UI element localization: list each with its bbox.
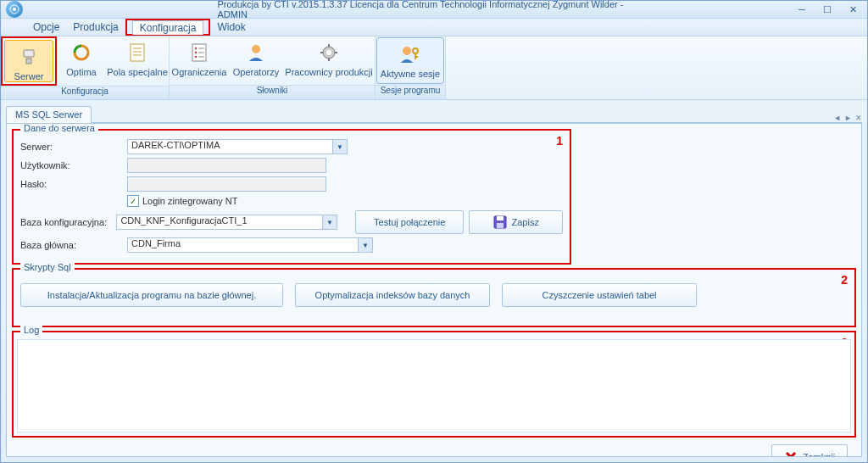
fieldset-dane-serwera: Dane do serwera 1 Serwer: DAREK-CTI\OPTI…: [12, 129, 571, 265]
button-install-label: Instalacja/Aktualizacja programu na bazi…: [47, 290, 256, 300]
button-close-label: Zamknij: [803, 452, 836, 457]
combo-serwer-value: DAREK-CTI\OPTIMA: [131, 140, 220, 150]
ribbon-ograniczenia[interactable]: Ograniczenia: [170, 36, 229, 85]
label-pass: Hasło:: [20, 179, 122, 189]
ribbon-group-slowniki: Ograniczenia Operatorzy Pracownicy produ…: [170, 36, 376, 99]
maximize-button[interactable]: ☐: [815, 1, 840, 18]
button-test-label: Testuj połączenie: [374, 217, 445, 227]
input-user[interactable]: [127, 158, 326, 173]
svg-rect-5: [131, 44, 144, 61]
key-user-icon: [399, 43, 421, 65]
svg-point-10: [195, 47, 197, 49]
log-textarea[interactable]: [17, 339, 851, 432]
button-close[interactable]: Zamknij: [771, 444, 848, 457]
ribbon-optima[interactable]: Optima: [57, 36, 106, 86]
label-bazakonf: Baza konfiguracyjna:: [20, 217, 111, 227]
ribbon-ograniczenia-label: Ograniczenia: [172, 67, 227, 77]
button-save-label: Zapisz: [512, 217, 539, 227]
menu-produkcja[interactable]: Produkcja: [66, 19, 125, 36]
ribbon-pola[interactable]: Pola specjalne: [106, 36, 169, 86]
window-title: Produkcja by CTI v.2015.1.3.37 Licencja …: [218, 0, 651, 20]
minimize-button[interactable]: ─: [789, 1, 815, 18]
tab-close-icon[interactable]: ✕: [855, 114, 862, 122]
label-user: Użytkownik:: [20, 160, 122, 170]
combo-bazakonf-value: CDN_KNF_KonfiguracjaCTI_1: [120, 215, 247, 226]
svg-rect-3: [26, 59, 31, 64]
gear-icon: [318, 42, 340, 64]
button-test-connection[interactable]: Testuj połączenie: [355, 210, 464, 234]
fieldset-log: Log 3: [12, 331, 856, 438]
fs3-title: Log: [20, 325, 42, 335]
page-footer: Zamknij: [10, 441, 858, 457]
highlight-konfiguracja: Konfiguracja: [125, 19, 211, 36]
highlight-serwer: Serwer: [1, 36, 57, 86]
input-pass[interactable]: [127, 176, 326, 192]
button-clear-label: Czyszczenie ustawień tabel: [542, 290, 656, 300]
svg-rect-28: [497, 216, 504, 220]
button-save[interactable]: Zapisz: [469, 210, 563, 234]
svg-rect-29: [497, 223, 504, 228]
app-icon: [6, 1, 23, 18]
dropdown-arrow-icon[interactable]: ▼: [358, 238, 372, 252]
document-icon: [126, 42, 148, 64]
menu-widok[interactable]: Widok: [210, 19, 252, 36]
marker-2: 2: [841, 273, 848, 287]
button-install[interactable]: Instalacja/Aktualizacja programu na bazi…: [20, 283, 283, 307]
server-icon: [18, 46, 40, 68]
window-controls: ─ ☐ ✕: [789, 1, 865, 18]
menubar: Opcje Produkcja Konfiguracja Widok: [1, 19, 867, 36]
ribbon-group-konfiguracja: Serwer Optima Pola specjalne Konfiguracj…: [1, 36, 170, 99]
list-icon: [188, 42, 210, 64]
document-tabstrip: MS SQL Serwer ◄ ► ✕: [6, 103, 862, 123]
ribbon-pola-label: Pola specjalne: [107, 67, 168, 77]
dropdown-arrow-icon[interactable]: ▼: [322, 215, 337, 229]
ribbon-sesje[interactable]: Aktywne sesje: [376, 37, 444, 84]
button-clear[interactable]: Czyszczenie ustawień tabel: [502, 283, 697, 307]
ribbon-serwer[interactable]: Serwer: [4, 40, 53, 82]
ribbon-operatorzy[interactable]: Operatorzy: [229, 36, 283, 85]
close-window-button[interactable]: ✕: [840, 1, 865, 18]
ribbon-optima-label: Optima: [66, 67, 96, 77]
label-bazagl: Baza główna:: [20, 240, 122, 250]
app-window: Produkcja by CTI v.2015.1.3.37 Licencja …: [0, 0, 868, 463]
tab-next-icon[interactable]: ►: [844, 114, 852, 122]
menu-opcje[interactable]: Opcje: [26, 19, 66, 36]
ribbon-pracownicy-label: Pracownicy produkcji: [285, 67, 372, 77]
svg-point-23: [403, 47, 411, 55]
dropdown-arrow-icon[interactable]: ▼: [332, 140, 347, 153]
ribbon-group-label-konf: Konfiguracja: [1, 86, 169, 99]
ribbon-serwer-label: Serwer: [14, 71, 44, 81]
checkbox-login-label: Login zintegrowany NT: [142, 196, 238, 206]
combo-serwer[interactable]: DAREK-CTI\OPTIMA ▼: [127, 139, 348, 154]
menu-konfiguracja[interactable]: Konfiguracja: [132, 20, 204, 35]
tab-mssql[interactable]: MS SQL Serwer: [6, 106, 92, 123]
svg-point-1: [13, 8, 16, 11]
svg-point-12: [195, 56, 197, 58]
button-optimize[interactable]: Optymalizacja indeksów bazy danych: [295, 283, 490, 307]
ribbon-operatorzy-label: Operatorzy: [233, 67, 279, 77]
tab-prev-icon[interactable]: ◄: [833, 114, 841, 122]
optima-icon: [70, 42, 92, 64]
ribbon: Serwer Optima Pola specjalne Konfiguracj…: [1, 36, 867, 100]
ribbon-sesje-label: Aktywne sesje: [381, 69, 440, 79]
svg-point-18: [326, 50, 331, 55]
marker-1: 1: [556, 134, 563, 148]
tab-controls: ◄ ► ✕: [833, 114, 862, 122]
combo-bazagl[interactable]: CDN_Firma ▼: [127, 237, 373, 253]
ribbon-group-label-slow: Słowniki: [170, 85, 375, 99]
ribbon-group-sesje: Aktywne sesje Sesje programu: [376, 36, 446, 99]
combo-bazakonf[interactable]: CDN_KNF_KonfiguracjaCTI_1 ▼: [116, 215, 337, 230]
svg-point-11: [195, 52, 197, 53]
checkmark-icon: ✓: [127, 195, 139, 207]
fs2-title: Skrypty Sql: [20, 262, 75, 272]
ribbon-group-label-sesje: Sesje programu: [376, 85, 445, 99]
ribbon-pracownicy[interactable]: Pracownicy produkcji: [283, 36, 375, 85]
close-icon: [784, 450, 798, 457]
label-serwer: Serwer:: [20, 142, 122, 152]
button-optimize-label: Optymalizacja indeksów bazy danych: [315, 290, 470, 300]
checkbox-login-nt[interactable]: ✓ Login zintegrowany NT: [127, 195, 238, 207]
page-body: Dane do serwera 1 Serwer: DAREK-CTI\OPTI…: [6, 123, 862, 457]
svg-point-16: [252, 45, 260, 53]
save-icon: [493, 215, 507, 229]
user-icon: [245, 42, 267, 64]
